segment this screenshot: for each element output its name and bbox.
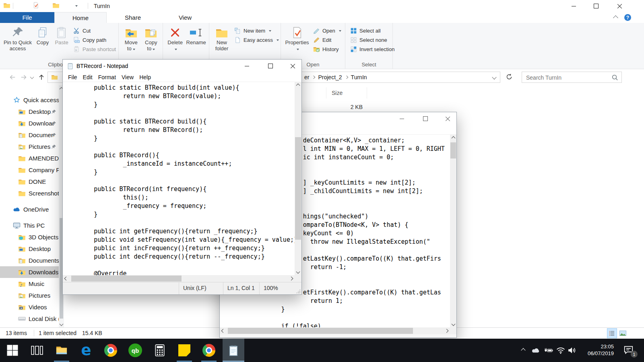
ribbon-delete-button[interactable]: Delete: [165, 25, 185, 51]
ribbon-pin-to-quick-access-button[interactable]: Pin to Quickaccess: [2, 25, 33, 51]
scroll-up-icon[interactable]: [450, 135, 457, 142]
qat-new-folder-button[interactable]: [52, 2, 60, 10]
explorer-close-button[interactable]: [610, 0, 629, 12]
menu-file[interactable]: File: [65, 74, 80, 80]
notepad-back-minimize-button[interactable]: [393, 112, 411, 125]
sidebar-item-documents[interactable]: Documents: [0, 255, 66, 266]
size-column-header[interactable]: Size: [332, 87, 343, 99]
hscrollbar-thumb[interactable]: [228, 328, 413, 334]
menu-format[interactable]: Format: [95, 74, 119, 80]
sidebar-item-desktop[interactable]: Desktop: [0, 106, 66, 117]
sidebar-item-done[interactable]: DONE: [0, 176, 66, 187]
thumbnail-view-button[interactable]: [618, 328, 628, 338]
tab-file[interactable]: File: [0, 12, 54, 23]
taskbar-notepad-button[interactable]: [223, 339, 244, 362]
notepad-front-maximize-button[interactable]: [261, 60, 279, 72]
back-icon[interactable]: [9, 74, 16, 82]
ribbon-properties-button[interactable]: Properties: [283, 25, 311, 51]
sidebar-item-amended-t[interactable]: AMENDED T: [0, 152, 66, 164]
sidebar-item-documents[interactable]: Documents: [0, 129, 66, 141]
sidebar-item-pictures[interactable]: Pictures: [0, 141, 66, 152]
scroll-up-icon[interactable]: [295, 82, 301, 89]
notepad-front-minimize-button[interactable]: [238, 60, 256, 72]
sidebar-item-quick-access[interactable]: Quick access: [0, 94, 66, 106]
taskbar-calculator-button[interactable]: [149, 339, 171, 362]
breadcrumb-segment[interactable]: TurnIn: [349, 74, 369, 80]
scroll-down-icon[interactable]: [450, 321, 457, 327]
sidebar-item-desktop[interactable]: Desktop: [0, 243, 66, 255]
ribbon-rename-button[interactable]: Rename: [185, 25, 207, 45]
ribbon-copy-to-button[interactable]: Copyto: [141, 25, 161, 51]
ribbon-invert-selection-button[interactable]: Invert selection: [350, 45, 394, 54]
notepad-back-close-button[interactable]: [439, 112, 457, 125]
sidebar-item-videos[interactable]: Videos: [0, 301, 66, 313]
taskbar-start-button[interactable]: [2, 339, 23, 362]
notepad-front-vscrollbar[interactable]: [295, 82, 301, 275]
sidebar-item-screenshots[interactable]: Screenshots: [0, 187, 66, 199]
scroll-right-icon[interactable]: [288, 275, 295, 282]
vscrollbar-thumb[interactable]: [295, 137, 301, 240]
ribbon-paste-shortcut-button[interactable]: Paste shortcut: [73, 45, 116, 54]
onedrive-tray-icon[interactable]: [531, 347, 540, 354]
menu-edit[interactable]: Edit: [80, 74, 95, 80]
recent-locations-dropdown[interactable]: [30, 75, 34, 79]
menu-help[interactable]: Help: [136, 74, 154, 80]
ribbon-new-item-button[interactable]: New item: [234, 26, 279, 35]
taskbar-chrome-button[interactable]: [100, 339, 122, 362]
notepad-back-maximize-button[interactable]: [416, 112, 434, 125]
sidebar-item-downloads[interactable]: Downloads: [0, 266, 59, 278]
address-dropdown-icon[interactable]: [492, 75, 496, 79]
breadcrumb-segment[interactable]: Project_2: [316, 74, 344, 80]
notepad-front-hscrollbar[interactable]: [63, 275, 295, 282]
qat-properties-button[interactable]: [32, 2, 39, 10]
up-icon[interactable]: [38, 74, 45, 82]
taskbar-task-view-button[interactable]: [26, 339, 48, 362]
ribbon-open-button[interactable]: Open: [313, 26, 341, 35]
taskbar-sticky-notes-button[interactable]: [173, 339, 195, 362]
taskbar-clock[interactable]: 23:05 06/07/2019: [588, 343, 614, 357]
vscrollbar-thumb[interactable]: [450, 142, 456, 158]
scroll-down-icon[interactable]: [295, 268, 301, 275]
explorer-minimize-button[interactable]: [564, 0, 583, 12]
sidebar-item-this-pc[interactable]: This PC: [0, 220, 66, 231]
ribbon-copy-path-button[interactable]: Copy path: [73, 35, 116, 45]
wifi-icon[interactable]: [556, 347, 565, 354]
ribbon-paste-button[interactable]: Paste: [52, 25, 71, 45]
volume-icon[interactable]: [568, 347, 576, 354]
ribbon-history-button[interactable]: History: [313, 45, 341, 54]
sidebar-item-local-disk-c[interactable]: Local Disk (C: [0, 313, 66, 325]
menu-view[interactable]: View: [119, 74, 136, 80]
breadcrumb-segment[interactable]: er: [302, 74, 311, 80]
forward-icon[interactable]: [20, 74, 27, 82]
notepad-back-hscrollbar[interactable]: [220, 327, 450, 334]
ribbon-copy-button[interactable]: Copy: [33, 25, 52, 45]
sidebar-item-music[interactable]: ♪Music: [0, 278, 66, 290]
refresh-icon[interactable]: [506, 73, 513, 82]
scroll-left-icon[interactable]: [220, 327, 227, 334]
explorer-maximize-button[interactable]: [587, 0, 605, 12]
hscrollbar-thumb[interactable]: [71, 276, 182, 282]
tab-view[interactable]: View: [159, 12, 211, 23]
sidebar-item-3d-objects[interactable]: 3D Objects: [0, 231, 66, 243]
scroll-left-icon[interactable]: [63, 275, 70, 282]
taskbar-chrome-2-button[interactable]: [198, 339, 220, 362]
ribbon-edit-button[interactable]: Edit: [313, 35, 341, 45]
ribbon-move-to-button[interactable]: Moveto: [121, 25, 141, 51]
sidebar-item-onedrive[interactable]: OneDrive: [0, 204, 66, 215]
tab-home[interactable]: Home: [54, 12, 107, 23]
notepad-front-close-button[interactable]: [284, 60, 302, 72]
sidebar-item-pictures[interactable]: Pictures: [0, 290, 66, 301]
notepad-back-vscrollbar[interactable]: [450, 135, 456, 327]
tray-chevron-up-icon[interactable]: [521, 348, 525, 352]
taskbar-edge-button[interactable]: e: [75, 339, 97, 362]
tab-share[interactable]: Share: [107, 12, 159, 23]
search-box[interactable]: Search TurnIn: [522, 72, 622, 83]
scroll-right-icon[interactable]: [443, 327, 450, 334]
qat-customize-dropdown[interactable]: [75, 5, 78, 7]
ribbon-cut-button[interactable]: Cut: [73, 26, 116, 35]
ribbon-new-folder-button[interactable]: Newfolder: [212, 25, 232, 51]
help-icon[interactable]: [624, 14, 631, 21]
details-view-button[interactable]: [607, 328, 617, 338]
notepad-front-text-area[interactable]: public static BTRecord build(int value){…: [63, 82, 295, 275]
taskbar-explorer-button[interactable]: [51, 339, 72, 362]
